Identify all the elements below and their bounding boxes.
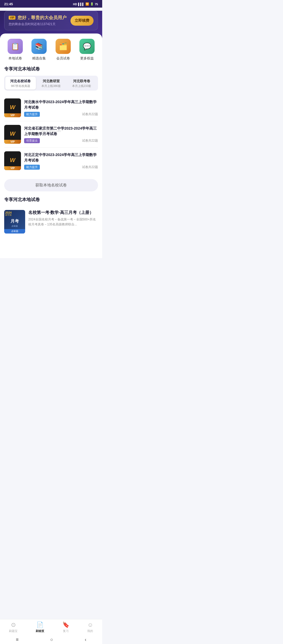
paper-count-1: 试卷共22题: [82, 112, 98, 116]
tab-research-name: 河北教研室: [37, 79, 66, 84]
load-more-button[interactable]: 获取本地名校试卷: [4, 179, 98, 191]
paper-info-1: 河北衡水中学2023-2024学年高三上学期数学月考试卷 能力提升 试卷共22题: [24, 99, 98, 117]
nav-icon-vip-paper: 🗂️: [56, 39, 71, 54]
paper-vip-badge-2: VIP: [4, 140, 21, 144]
battery-level: 75: [95, 3, 98, 6]
tab-joint-exam-sub: 本月上线233套: [67, 84, 96, 88]
status-bar: 21:45 HD ▌▌▌ 🛜 🔋 75: [0, 0, 102, 8]
tab-famous-school-sub: 987所名校真题: [6, 84, 35, 88]
tab-famous-school[interactable]: 河北名校试卷 987所名校真题: [5, 77, 36, 90]
nav-item-local-paper[interactable]: 📋 本地试卷: [8, 39, 23, 61]
nav-icon-selected-collection: 📚: [31, 39, 47, 54]
paper-tag-1: 能力提升: [24, 112, 40, 117]
hd-icon: HD: [73, 3, 77, 6]
paper-thumb-1: W VIP: [4, 98, 21, 117]
status-icons: HD ▌▌▌ 🛜 🔋 75: [73, 2, 98, 6]
tab-joint-exam-name: 河北联考卷: [67, 79, 96, 84]
paper-tag-3: 能力提升: [24, 165, 40, 170]
section-1-title: 专享河北本地试卷: [4, 66, 98, 72]
book-desc: 2024全国名校月考－备战第一考－全国500+所名校月考真卷－135名高级教师联…: [28, 217, 98, 227]
nav-icon-more-rights: 💬: [79, 39, 95, 54]
tab-research-sub: 本月上线386套: [37, 84, 66, 88]
book-thumb-subtitle: 必刷题: [12, 225, 18, 227]
nav-label-local-paper: 本地试卷: [8, 56, 22, 61]
nav-label-more-rights: 更多权益: [80, 56, 94, 61]
paper-item-1[interactable]: W VIP 河北衡水中学2023-2024学年高三上学期数学月考试卷 能力提升 …: [4, 95, 98, 121]
tab-bar: 河北名校试卷 987所名校真题 河北教研室 本月上线386套 河北联考卷 本月上…: [4, 76, 98, 91]
vip-subtitle: 您的剩余会员时间还有1137421天: [9, 22, 67, 26]
book-title: 名校第一考·数学·高三月考（上册）: [28, 210, 98, 215]
nav-item-more-rights[interactable]: 💬 更多权益: [79, 39, 95, 61]
paper-thumb-w-2: W: [10, 130, 15, 137]
signal-icon: ▌▌▌: [78, 3, 84, 6]
nav-item-selected-collection[interactable]: 📚 精选合集: [31, 39, 47, 61]
paper-vip-badge-1: VIP: [4, 113, 21, 117]
paper-info-3: 河北正定中学2023-2024学年高三上学期数学月考试卷 能力提升 试卷共22题: [24, 152, 98, 170]
paper-meta-1: 能力提升 试卷共22题: [24, 112, 98, 117]
paper-title-1: 河北衡水中学2023-2024学年高三上学期数学月考试卷: [24, 99, 98, 110]
paper-title-2: 河北省石家庄市第二中学2023-2024学年高三上学期数学月考试卷: [24, 126, 98, 137]
book-thumb: 2024 新学期 月考 必刷题 必刷题: [4, 210, 25, 234]
book-thumb-title: 月考: [10, 219, 19, 224]
book-card[interactable]: 2024 新学期 月考 必刷题 必刷题 名校第一考·数学·高三月考（上册） 20…: [4, 206, 98, 237]
paper-meta-3: 能力提升 试卷共22题: [24, 165, 98, 170]
nav-label-selected-collection: 精选合集: [32, 56, 46, 61]
tab-joint-exam[interactable]: 河北联考卷 本月上线233套: [66, 77, 97, 90]
section-2: 专享河北本地试卷 2024 新学期 月考 必刷题 必刷题 名校第一考·数学·高三…: [0, 197, 102, 237]
tab-famous-school-name: 河北名校试卷: [6, 79, 35, 84]
status-time: 21:45: [4, 2, 13, 6]
vip-title-text: 您好，尊贵的大会员用户: [18, 15, 67, 21]
paper-count-2: 试卷共22题: [82, 138, 98, 143]
paper-thumb-3: W VIP: [4, 151, 21, 170]
collection-icon: 📚: [35, 42, 43, 51]
vip-info: VIP 您好，尊贵的大会员用户 您的剩余会员时间还有1137421天: [9, 15, 67, 26]
paper-icon: 📋: [11, 42, 19, 51]
vip-badge: VIP: [9, 16, 15, 20]
paper-vip-badge-3: VIP: [4, 166, 21, 170]
paper-title-3: 河北正定中学2023-2024学年高三上学期数学月考试卷: [24, 152, 98, 163]
paper-meta-2: 培育拔尖 试卷共22题: [24, 138, 98, 143]
main-content: 📋 本地试卷 📚 精选合集 🗂️ 会员试卷 💬 更多权益 专享河北本地试卷: [0, 34, 102, 258]
nav-label-vip-paper: 会员试卷: [56, 56, 70, 61]
quick-nav: 📋 本地试卷 📚 精选合集 🗂️ 会员试卷 💬 更多权益: [0, 39, 102, 66]
battery-icon: 🔋: [90, 2, 94, 6]
vip-paper-icon: 🗂️: [59, 42, 67, 51]
paper-list: W VIP 河北衡水中学2023-2024学年高三上学期数学月考试卷 能力提升 …: [4, 95, 98, 174]
section-2-title: 专享河北本地试卷: [4, 197, 98, 203]
nav-icon-local-paper: 📋: [8, 39, 23, 54]
paper-tag-2: 培育拔尖: [24, 138, 40, 143]
paper-thumb-w-1: W: [10, 104, 15, 111]
paper-info-2: 河北省石家庄市第二中学2023-2024学年高三上学期数学月考试卷 培育拔尖 试…: [24, 126, 98, 143]
paper-item-3[interactable]: W VIP 河北正定中学2023-2024学年高三上学期数学月考试卷 能力提升 …: [4, 148, 98, 174]
tab-research[interactable]: 河北教研室 本月上线386套: [36, 77, 67, 90]
vip-banner: VIP 您好，尊贵的大会员用户 您的剩余会员时间还有1137421天 立即续费: [4, 11, 98, 30]
book-thumb-tag: 必刷题: [4, 229, 25, 234]
vip-title: VIP 您好，尊贵的大会员用户: [9, 15, 67, 21]
wifi-icon: 🛜: [85, 2, 89, 6]
renew-button[interactable]: 立即续费: [70, 16, 94, 26]
nav-item-vip-paper[interactable]: 🗂️ 会员试卷: [56, 39, 71, 61]
paper-thumb-w-3: W: [10, 157, 15, 164]
book-thumb-school: 新学期: [5, 214, 12, 216]
book-info: 名校第一考·数学·高三月考（上册） 2024全国名校月考－备战第一考－全国500…: [28, 210, 98, 234]
section-1: 专享河北本地试卷 河北名校试卷 987所名校真题 河北教研室 本月上线386套 …: [0, 66, 102, 174]
more-rights-icon: 💬: [83, 42, 91, 51]
paper-item-2[interactable]: W VIP 河北省石家庄市第二中学2023-2024学年高三上学期数学月考试卷 …: [4, 121, 98, 148]
paper-count-3: 试卷共22题: [82, 165, 98, 169]
paper-thumb-2: W VIP: [4, 125, 21, 144]
